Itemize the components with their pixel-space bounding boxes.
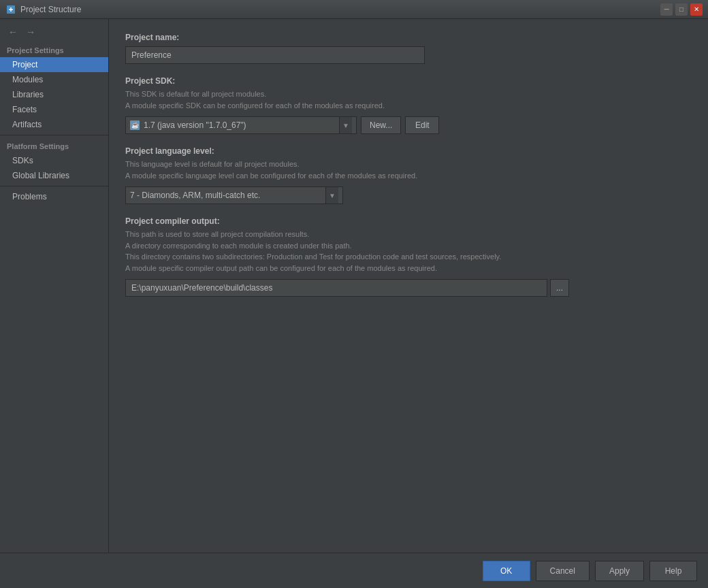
- sidebar-divider-1: [0, 135, 108, 135]
- sidebar-item-artifacts[interactable]: Artifacts: [0, 117, 108, 132]
- project-sdk-label: Project SDK:: [125, 76, 692, 86]
- title-bar-controls: ─ □ ✕: [660, 3, 703, 16]
- sidebar-item-facets[interactable]: Facets: [0, 102, 108, 117]
- ok-button[interactable]: OK: [483, 561, 530, 581]
- sidebar-item-global-libraries[interactable]: Global Libraries: [0, 168, 108, 183]
- cancel-button[interactable]: Cancel: [536, 561, 590, 581]
- sidebar-item-modules[interactable]: Modules: [0, 72, 108, 87]
- sidebar-item-problems[interactable]: Problems: [0, 189, 108, 204]
- project-compiler-desc: This path is used to store all project c…: [125, 229, 692, 274]
- sdk-select-dropdown[interactable]: ☕ 1.7 (java version "1.7.0_67") ▼: [125, 116, 357, 134]
- language-level-text: 7 - Diamonds, ARM, multi-catch etc.: [130, 191, 325, 200]
- minimize-button[interactable]: ─: [660, 3, 673, 16]
- bottom-bar: OK Cancel Apply Help: [0, 553, 708, 588]
- content-area: ← → Project Settings Project Modules Lib…: [0, 19, 708, 553]
- project-settings-header: Project Settings: [0, 42, 108, 57]
- compiler-path-input[interactable]: [125, 279, 547, 297]
- help-button[interactable]: Help: [649, 561, 697, 581]
- project-language-desc: This language level is default for all p…: [125, 159, 692, 181]
- title-bar: Project Structure ─ □ ✕: [0, 0, 708, 19]
- browse-button[interactable]: ...: [550, 279, 569, 297]
- title-bar-title: Project Structure: [20, 5, 660, 14]
- platform-settings-header: Platform Settings: [0, 138, 108, 153]
- close-button[interactable]: ✕: [690, 3, 703, 16]
- compiler-output-row: ...: [125, 279, 692, 297]
- sdk-row: ☕ 1.7 (java version "1.7.0_67") ▼ New...…: [125, 116, 692, 134]
- project-language-label: Project language level:: [125, 146, 692, 156]
- nav-toolbar: ← →: [0, 22, 108, 42]
- sidebar-divider-2: [0, 186, 108, 186]
- sidebar: ← → Project Settings Project Modules Lib…: [0, 19, 109, 553]
- sidebar-item-libraries[interactable]: Libraries: [0, 87, 108, 102]
- language-select-dropdown[interactable]: 7 - Diamonds, ARM, multi-catch etc. ▼: [125, 186, 343, 204]
- project-name-input[interactable]: [125, 46, 425, 64]
- back-button[interactable]: ←: [5, 25, 20, 39]
- sidebar-item-project[interactable]: Project: [0, 57, 108, 72]
- project-name-label: Project name:: [125, 33, 692, 42]
- main-content: Project name: Project SDK: This SDK is d…: [109, 19, 708, 553]
- sdk-version-text: 1.7 (java version "1.7.0_67"): [144, 120, 339, 130]
- edit-button[interactable]: Edit: [405, 116, 439, 134]
- sdk-icon: ☕: [130, 120, 140, 130]
- sdk-dropdown-arrow: ▼: [339, 117, 352, 133]
- language-dropdown-arrow: ▼: [325, 187, 338, 203]
- sidebar-item-sdks[interactable]: SDKs: [0, 153, 108, 168]
- forward-button[interactable]: →: [23, 25, 38, 39]
- new-button[interactable]: New...: [361, 116, 401, 134]
- apply-button[interactable]: Apply: [595, 561, 644, 581]
- project-compiler-label: Project compiler output:: [125, 216, 692, 226]
- app-icon: [5, 4, 16, 15]
- main-layout: ← → Project Settings Project Modules Lib…: [0, 19, 708, 588]
- project-sdk-desc: This SDK is default for all project modu…: [125, 88, 692, 111]
- maximize-button[interactable]: □: [675, 3, 688, 16]
